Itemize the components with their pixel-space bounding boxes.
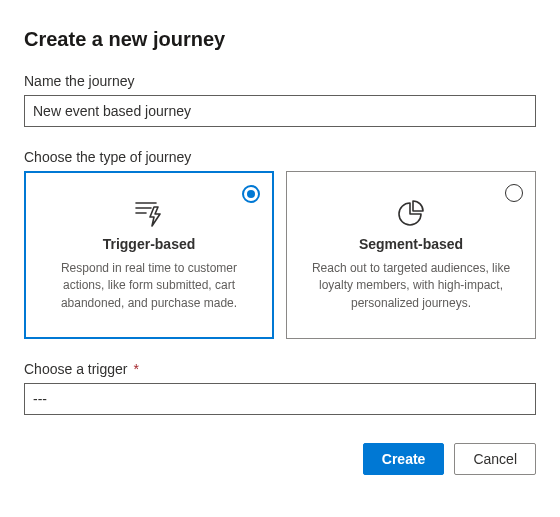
type-field: Choose the type of journey Trigger-based…: [24, 149, 536, 339]
trigger-icon: [45, 200, 253, 228]
dialog-title: Create a new journey: [24, 28, 536, 51]
svg-marker-3: [150, 207, 160, 226]
type-options-row: Trigger-based Respond in real time to cu…: [24, 171, 536, 339]
type-option-description: Respond in real time to customer actions…: [45, 260, 253, 312]
create-journey-dialog: Create a new journey Name the journey Ch…: [0, 0, 560, 499]
type-option-trigger[interactable]: Trigger-based Respond in real time to cu…: [24, 171, 274, 339]
type-option-title: Segment-based: [307, 236, 515, 252]
name-label: Name the journey: [24, 73, 536, 89]
cancel-button[interactable]: Cancel: [454, 443, 536, 475]
name-field: Name the journey: [24, 73, 536, 127]
trigger-field: Choose a trigger * ---: [24, 361, 536, 415]
segment-icon: [307, 200, 515, 228]
type-option-segment[interactable]: Segment-based Reach out to targeted audi…: [286, 171, 536, 339]
type-label: Choose the type of journey: [24, 149, 536, 165]
required-asterisk: *: [133, 361, 138, 377]
trigger-select-value: ---: [33, 391, 47, 407]
trigger-label-text: Choose a trigger: [24, 361, 128, 377]
type-option-title: Trigger-based: [45, 236, 253, 252]
create-button[interactable]: Create: [363, 443, 445, 475]
radio-selected-icon: [242, 185, 260, 203]
journey-name-input[interactable]: [24, 95, 536, 127]
radio-unselected-icon: [505, 184, 523, 202]
dialog-footer: Create Cancel: [24, 443, 536, 475]
type-option-description: Reach out to targeted audiences, like lo…: [307, 260, 515, 312]
trigger-label: Choose a trigger *: [24, 361, 536, 377]
trigger-select[interactable]: ---: [24, 383, 536, 415]
